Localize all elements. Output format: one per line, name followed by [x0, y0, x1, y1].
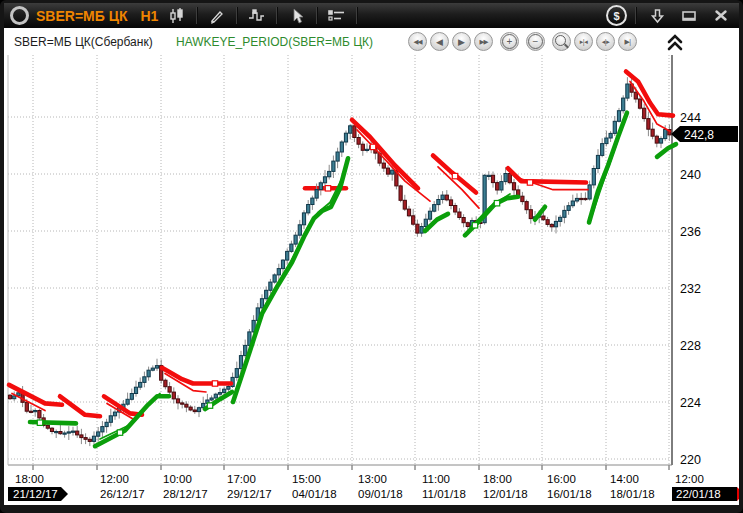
time-axis-time: 12:00 — [675, 473, 704, 485]
time-axis-time: 11:00 — [422, 473, 450, 485]
deals-icon[interactable] — [245, 6, 269, 26]
download-arrow-icon[interactable] — [645, 6, 669, 26]
time-axis-date: 29/12/17 — [227, 488, 272, 500]
time-axis-time: 13:00 — [358, 473, 387, 485]
time-axis-date: 22/01/18 — [676, 488, 721, 500]
time-axis-time: 12:00 — [100, 473, 129, 485]
time-axis-date: 04/01/18 — [292, 488, 337, 500]
time-axis-date: 11/01/18 — [422, 488, 466, 500]
nav-button-zoom-area[interactable] — [552, 32, 571, 51]
chart-window: SBER=МБ ЦК H1 — [0, 0, 743, 513]
nav-button-zoom-in[interactable]: + — [500, 32, 519, 51]
nav-button-scroll-right[interactable]: ▶ — [452, 32, 471, 51]
magnifier-icon — [555, 35, 566, 46]
instrument-label: SBER=МБ ЦК(Сбербанк) — [14, 35, 153, 49]
price-axis-label: 228 — [680, 339, 701, 353]
time-axis-time: 10:00 — [163, 473, 192, 485]
toolbar-separator — [635, 7, 637, 24]
dollar-icon[interactable]: $ — [606, 5, 627, 26]
price-axis-label: 244 — [680, 111, 701, 125]
time-axis-date: 28/12/17 — [163, 488, 208, 500]
toolbar-separator — [316, 7, 318, 24]
nav-button-go-to-end[interactable]: ▶| — [618, 32, 637, 51]
toolbar-separator — [276, 7, 278, 24]
nav-button-scroll-fast-left[interactable]: ◀◀ — [408, 32, 427, 51]
time-axis-date: 16/01/18 — [547, 488, 592, 500]
price-axis-label: 232 — [680, 282, 701, 296]
chart-nav-toolbar: ◀◀◀▶▶▶+−▸|◂◂|▸▶| — [408, 32, 637, 51]
nav-button-compress-scale[interactable]: ▸|◂ — [574, 32, 593, 51]
indicator-list-icon[interactable] — [325, 6, 349, 26]
indicator-label[interactable]: HAWKEYE_PERIOD(SBER=МБ ЦК) — [176, 35, 373, 49]
titlebar-interval: H1 — [140, 8, 158, 24]
time-axis-date: 26/12/17 — [100, 488, 145, 500]
cursor-icon[interactable] — [285, 6, 309, 26]
price-axis-label: 236 — [680, 225, 701, 239]
nav-button-scroll-left[interactable]: ◀ — [430, 32, 449, 51]
candlestick-chart-icon[interactable] — [165, 6, 189, 26]
time-axis-date: 09/01/18 — [358, 488, 403, 500]
toolbar-separator — [236, 7, 238, 24]
collapse-toolbar-icon[interactable] — [664, 34, 688, 52]
toolbar-separator — [356, 7, 358, 24]
draw-pencil-icon[interactable] — [205, 6, 229, 26]
time-axis-date: 21/12/17 — [13, 488, 58, 500]
price-axis-label: 240 — [680, 168, 701, 182]
toolbar-separator — [196, 7, 198, 24]
time-axis-time: 14:00 — [610, 473, 639, 485]
price-axis-label: 224 — [680, 396, 701, 410]
time-axis-time: 15:00 — [292, 473, 321, 485]
nav-button-expand-scale[interactable]: ◂|▸ — [596, 32, 615, 51]
nav-button-zoom-out[interactable]: − — [526, 32, 545, 51]
chart-header: SBER=МБ ЦК(Сбербанк) HAWKEYE_PERIOD(SBER… — [4, 28, 739, 55]
time-axis-date: 12/01/18 — [483, 488, 528, 500]
time-axis-time: 18:00 — [483, 473, 512, 485]
nav-button-scroll-fast-right[interactable]: ▶▶ — [474, 32, 493, 51]
price-axis-label: 220 — [680, 453, 701, 467]
time-axis-time: 18:00 — [15, 473, 44, 485]
time-axis-time: 16:00 — [547, 473, 576, 485]
price-chart[interactable]: 244240236232228224220242,818:0021/12/171… — [4, 28, 739, 505]
last-price-value: 242,8 — [684, 128, 714, 142]
time-axis-time: 17:00 — [227, 473, 256, 485]
time-axis-date: 18/01/18 — [610, 488, 655, 500]
titlebar-symbol: SBER=МБ ЦК — [36, 8, 127, 24]
chart-panel: 244240236232228224220242,818:0021/12/171… — [4, 28, 739, 505]
rollup-panel-icon[interactable] — [677, 6, 701, 26]
titlebar: SBER=МБ ЦК H1 — [4, 3, 739, 28]
close-icon[interactable] — [709, 6, 733, 26]
connection-ring-icon — [10, 6, 29, 25]
